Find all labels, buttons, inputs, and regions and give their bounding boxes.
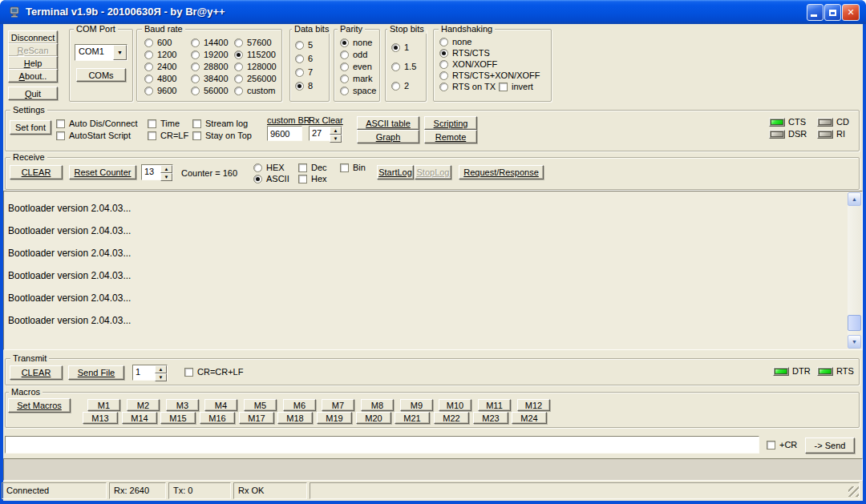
receive-output-area[interactable]: Bootloader version 2.04.03... Bootloader… [3,191,863,350]
disconnect-button[interactable]: Disconnect [8,30,58,44]
set-font-button[interactable]: Set font [10,120,51,135]
macro-m23-button[interactable]: M23 [473,412,508,424]
rescan-button[interactable]: ReScan [8,43,58,57]
transmit-spinner[interactable]: 1 ▲ ▼ [132,365,168,381]
baud-57600-radio[interactable] [234,38,243,47]
macro-m19-button[interactable]: M19 [317,412,352,424]
receive-clear-button[interactable]: CLEAR [10,165,63,179]
stay-on-top-checkbox[interactable] [192,131,201,140]
about-button[interactable]: About.. [8,69,58,83]
baud-9600-radio[interactable] [144,87,153,95]
macro-m12-button[interactable]: M12 [517,399,550,411]
maximize-button[interactable] [824,4,841,21]
resize-grip[interactable] [848,486,859,497]
scroll-up-button[interactable]: ▲ [848,192,861,206]
macro-m21-button[interactable]: M21 [395,412,430,424]
spin-down-icon[interactable]: ▼ [155,373,167,381]
spin-up-icon[interactable]: ▲ [160,165,172,173]
remote-button[interactable]: Remote [424,130,477,143]
baud-1200-radio[interactable] [144,50,153,59]
plus-cr-checkbox[interactable] [767,441,775,450]
spin-down-icon[interactable]: ▼ [160,173,172,181]
stoplog-button[interactable]: StopLog [415,165,451,179]
transmit-clear-button[interactable]: CLEAR [10,365,63,380]
close-button[interactable]: ✕ [842,4,860,21]
macro-m8-button[interactable]: M8 [361,399,394,411]
baud-28800-radio[interactable] [191,62,200,71]
databits-6-radio[interactable] [295,54,304,63]
custom-br-input[interactable] [267,126,302,141]
parity-odd-radio[interactable] [340,50,349,59]
macro-m7-button[interactable]: M7 [322,399,354,411]
macro-m11-button[interactable]: M11 [478,399,511,411]
auto-disconnect-checkbox[interactable] [56,119,65,128]
baud-4800-radio[interactable] [144,75,153,83]
spin-up-icon[interactable]: ▲ [330,127,342,135]
stopbits-1-radio[interactable] [391,43,400,52]
quit-button[interactable]: Quit [8,87,58,100]
chevron-down-icon[interactable]: ▼ [113,45,127,60]
macro-m9-button[interactable]: M9 [400,399,433,411]
handshake-rtscts-radio[interactable] [439,49,448,58]
macro-m5-button[interactable]: M5 [244,399,277,411]
spin-up-icon[interactable]: ▲ [155,365,167,373]
request-response-button[interactable]: Request/Response [459,165,544,179]
macro-m14-button[interactable]: M14 [122,412,157,424]
scroll-down-button[interactable]: ▼ [848,335,861,349]
baud-128000-radio[interactable] [234,62,243,71]
macro-m18-button[interactable]: M18 [277,412,313,424]
send-button[interactable]: -> Send [805,437,855,454]
hex-mode-radio[interactable] [253,163,262,172]
databits-5-radio[interactable] [295,41,304,50]
startlog-button[interactable]: StartLog [377,165,414,179]
macro-m1-button[interactable]: M1 [87,399,120,411]
stream-log-checkbox[interactable] [192,119,201,128]
send-input[interactable] [5,436,759,454]
baud-14400-radio[interactable] [191,38,200,47]
receive-scrollbar[interactable]: ▲ ▼ [848,192,861,349]
handshake-xonxoff-radio[interactable] [439,60,448,69]
rx-clear-spinner[interactable]: 27 ▲ ▼ [309,126,342,141]
handshake-rtsontx-radio[interactable] [439,83,448,91]
coms-button[interactable]: COMs [76,68,126,82]
macro-m10-button[interactable]: M10 [439,399,471,411]
crlf-checkbox[interactable] [148,131,156,140]
handshake-none-radio[interactable] [439,38,448,46]
ascii-mode-radio[interactable] [253,175,262,183]
spin-down-icon[interactable]: ▼ [330,135,342,143]
parity-space-radio[interactable] [340,87,349,95]
receive-count-spinner[interactable]: 13 ▲ ▼ [141,164,173,180]
databits-8-radio[interactable] [295,82,304,91]
stopbits-15-radio[interactable] [391,62,400,71]
macro-m3-button[interactable]: M3 [166,399,199,411]
hex-checkbox[interactable] [298,175,307,183]
baud-2400-radio[interactable] [144,62,153,71]
macro-m13-button[interactable]: M13 [83,412,118,424]
minimize-button[interactable] [807,4,824,21]
cr-crlf-checkbox[interactable] [184,368,193,377]
stopbits-2-radio[interactable] [391,82,400,91]
macro-m20-button[interactable]: M20 [356,412,391,424]
ascii-table-button[interactable]: ASCII table [357,116,419,130]
reset-counter-button[interactable]: Reset Counter [69,165,136,179]
baud-600-radio[interactable] [144,38,153,47]
baud-256000-radio[interactable] [234,75,243,83]
send-file-button[interactable]: Send File [68,365,124,380]
databits-7-radio[interactable] [295,68,304,77]
help-button[interactable]: Help [8,56,58,70]
autostart-script-checkbox[interactable] [56,131,65,140]
time-checkbox[interactable] [148,119,156,128]
macro-m4-button[interactable]: M4 [204,399,237,411]
baud-115200-radio[interactable] [234,50,243,59]
macro-m17-button[interactable]: M17 [239,412,274,424]
baud-custom-radio[interactable] [234,87,243,95]
baud-19200-radio[interactable] [191,50,200,59]
baud-38400-radio[interactable] [191,75,200,83]
graph-button[interactable]: Graph [357,130,419,143]
parity-mark-radio[interactable] [340,75,349,83]
handshake-both-radio[interactable] [439,71,448,80]
invert-checkbox[interactable] [499,83,508,91]
dec-checkbox[interactable] [298,163,307,172]
baud-56000-radio[interactable] [191,87,200,95]
scripting-button[interactable]: Scripting [424,116,477,130]
